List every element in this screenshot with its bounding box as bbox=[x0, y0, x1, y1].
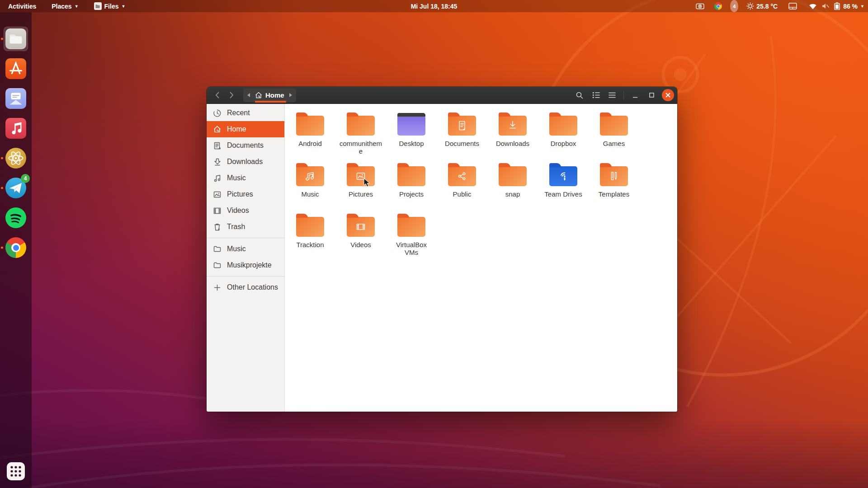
sidebar-item-pictures[interactable]: Pictures bbox=[207, 186, 284, 202]
sidebar-item-home[interactable]: Home bbox=[207, 121, 284, 137]
file-folder-games[interactable]: Games bbox=[589, 108, 639, 159]
file-label: Projects bbox=[399, 190, 424, 198]
dock-item-files[interactable] bbox=[4, 27, 28, 51]
folder-icon bbox=[397, 217, 425, 237]
dock-item-atom[interactable] bbox=[4, 146, 28, 170]
home-icon bbox=[255, 92, 262, 99]
sidebar-item-label: Pictures bbox=[227, 190, 253, 198]
file-label: VirtualBox VMs bbox=[390, 241, 433, 256]
places-menu[interactable]: Places ▼ bbox=[50, 0, 80, 12]
dock-item-geary-mail[interactable] bbox=[4, 86, 28, 111]
search-button[interactable] bbox=[572, 89, 587, 102]
dock-item-chrome[interactable] bbox=[4, 235, 28, 260]
path-scroll-right-icon[interactable] bbox=[289, 93, 292, 97]
minimize-button[interactable] bbox=[628, 89, 642, 102]
sidebar-item-downloads[interactable]: Downloads bbox=[207, 154, 284, 170]
maximize-button[interactable] bbox=[644, 89, 659, 102]
weather-indicator[interactable]: 25.8 °C bbox=[746, 0, 778, 12]
path-scroll-left-icon[interactable] bbox=[247, 93, 250, 97]
file-folder-snap[interactable]: snap bbox=[487, 159, 538, 210]
sidebar-item-label: Music bbox=[227, 245, 246, 253]
running-indicator bbox=[1, 187, 3, 189]
volume-muted-icon[interactable] bbox=[821, 0, 830, 12]
file-label: communitheme bbox=[339, 140, 382, 155]
file-folder-videos[interactable]: Videos bbox=[335, 210, 386, 260]
file-folder-pictures[interactable]: Pictures bbox=[335, 159, 386, 210]
sidebar-separator bbox=[207, 238, 284, 238]
hamburger-icon bbox=[609, 92, 616, 98]
screenshot-camera-icon[interactable] bbox=[696, 0, 704, 12]
clock[interactable]: Mi Jul 18, 18:45 bbox=[406, 0, 462, 12]
path-bar[interactable]: Home bbox=[243, 89, 296, 102]
list-view-icon bbox=[592, 92, 600, 99]
system-menu-caret-icon[interactable]: ▼ bbox=[860, 0, 864, 12]
chrome-tray-icon[interactable] bbox=[714, 0, 722, 12]
forward-button[interactable] bbox=[224, 89, 239, 102]
caret-down-icon: ▼ bbox=[75, 5, 79, 9]
sidebar-item-music[interactable]: Music bbox=[207, 241, 284, 257]
battery-percent: 86 % bbox=[843, 0, 858, 12]
folder-icon bbox=[549, 166, 577, 186]
activities-button[interactable]: Activities bbox=[6, 0, 38, 12]
sidebar-item-other-locations[interactable]: Other Locations bbox=[207, 279, 284, 296]
wifi-icon[interactable] bbox=[809, 0, 817, 12]
sidebar-item-trash[interactable]: Trash bbox=[207, 219, 284, 235]
dock-item-spotify[interactable] bbox=[4, 206, 28, 230]
sidebar-item-label: Home bbox=[227, 125, 246, 133]
touchpad-indicator-icon[interactable] bbox=[788, 0, 797, 12]
file-folder-team-drives[interactable]: Team Drives bbox=[538, 159, 589, 210]
back-button[interactable] bbox=[210, 89, 224, 102]
sidebar-item-musikprojekte[interactable]: Musikprojekte bbox=[207, 257, 284, 273]
folder-icon bbox=[397, 166, 425, 186]
keyboard-indicator-badge[interactable]: 4 bbox=[730, 0, 738, 12]
search-icon bbox=[576, 92, 583, 99]
sidebar-item-music[interactable]: Music bbox=[207, 170, 284, 186]
pictures-icon bbox=[213, 191, 221, 198]
close-button[interactable] bbox=[662, 89, 674, 101]
file-folder-documents[interactable]: Documents bbox=[437, 108, 487, 159]
file-view: AndroidcommunithemeDesktopDocumentsDownl… bbox=[285, 104, 677, 412]
file-folder-desktop[interactable]: Desktop bbox=[386, 108, 437, 159]
dock-item-ubuntu-software[interactable] bbox=[4, 56, 28, 81]
file-label: snap bbox=[505, 190, 520, 198]
folder-icon bbox=[213, 262, 221, 268]
path-segment-home[interactable]: Home bbox=[253, 91, 286, 99]
plus-icon bbox=[213, 284, 221, 291]
files-app-icon bbox=[94, 2, 102, 10]
running-indicator bbox=[1, 247, 3, 249]
menu-button[interactable] bbox=[605, 89, 619, 102]
folder-icon bbox=[600, 166, 628, 186]
sidebar-item-documents[interactable]: Documents bbox=[207, 137, 284, 154]
file-folder-downloads[interactable]: Downloads bbox=[487, 108, 538, 159]
dock-item-telegram[interactable]: 4 bbox=[4, 176, 28, 200]
dock-item-gnome-music[interactable] bbox=[4, 116, 28, 141]
file-folder-templates[interactable]: Templates bbox=[589, 159, 639, 210]
files-app-menu[interactable]: Files ▼ bbox=[92, 0, 127, 12]
file-folder-public[interactable]: Public bbox=[437, 159, 487, 210]
documents-icon bbox=[213, 142, 221, 150]
file-folder-tracktion[interactable]: Tracktion bbox=[285, 210, 335, 260]
file-folder-dropbox[interactable]: Dropbox bbox=[538, 108, 589, 159]
battery-icon[interactable] bbox=[834, 0, 840, 12]
files-window: Home bbox=[207, 87, 677, 412]
sidebar-item-videos[interactable]: Videos bbox=[207, 202, 284, 219]
folder-icon bbox=[347, 116, 375, 136]
file-folder-communitheme[interactable]: communitheme bbox=[335, 108, 386, 159]
file-folder-android[interactable]: Android bbox=[285, 108, 335, 159]
file-label: Games bbox=[603, 140, 625, 147]
sidebar-item-recent[interactable]: Recent bbox=[207, 105, 284, 121]
view-list-button[interactable] bbox=[589, 89, 603, 102]
active-path-underline bbox=[255, 101, 286, 103]
recent-icon bbox=[213, 109, 221, 117]
trash-icon bbox=[213, 223, 221, 231]
file-folder-virtualbox-vms[interactable]: VirtualBox VMs bbox=[386, 210, 437, 260]
sidebar-item-label: Music bbox=[227, 174, 246, 182]
file-label: Android bbox=[298, 140, 322, 147]
file-folder-projects[interactable]: Projects bbox=[386, 159, 437, 210]
sun-icon bbox=[746, 2, 754, 10]
music-icon bbox=[213, 174, 221, 182]
show-applications-button[interactable] bbox=[4, 459, 28, 483]
file-folder-music[interactable]: Music bbox=[285, 159, 335, 210]
headerbar-separator bbox=[623, 91, 624, 100]
downloads-icon bbox=[213, 158, 221, 166]
